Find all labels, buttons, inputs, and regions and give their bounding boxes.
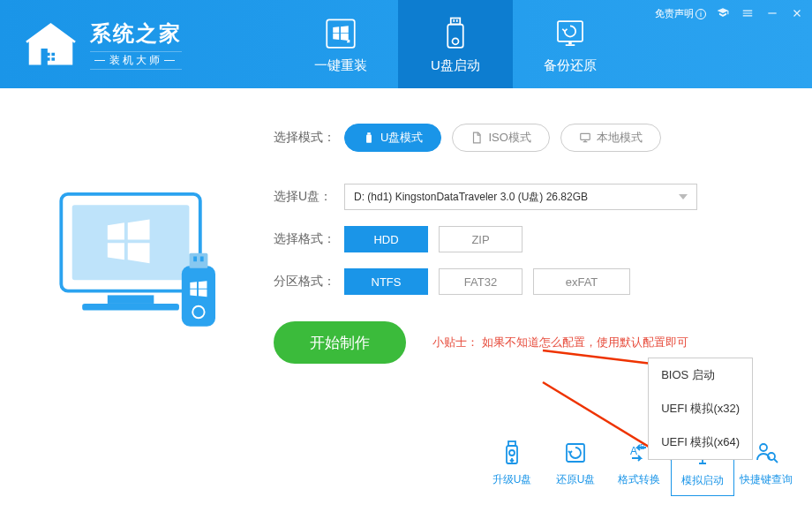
usb-small-icon (363, 132, 375, 144)
partition-exfat[interactable]: exFAT (533, 268, 630, 295)
close-icon[interactable] (789, 5, 805, 21)
tool-upgrade-usb[interactable]: 升级U盘 (480, 432, 544, 496)
partition-label: 分区格式： (274, 274, 344, 290)
partition-ntfs[interactable]: NTFS (344, 268, 428, 295)
minimize-icon[interactable] (764, 5, 780, 21)
tip: 小贴士：如果不知道怎么配置，使用默认配置即可 (432, 335, 688, 350)
nav-reinstall[interactable]: 一键重装 (283, 0, 398, 88)
graduation-icon[interactable] (715, 5, 731, 21)
nav-label: 备份还原 (544, 57, 597, 74)
config-panel: 选择模式： U盘模式 ISO模式 本地模式 选择U盘： D: (hd1) Kin… (247, 115, 777, 364)
header: 免责声明i 系统之家 装机大师 一键重装 U盘启动 备份还原 (0, 0, 812, 88)
svg-rect-15 (189, 253, 207, 268)
mode-label: 选择模式： (274, 130, 344, 146)
svg-rect-9 (568, 41, 572, 44)
boot-popup: BIOS 启动 UEFI 模拟(x32) UEFI 模拟(x64) (648, 358, 753, 460)
popup-bios[interactable]: BIOS 启动 (649, 358, 752, 392)
svg-rect-20 (366, 135, 372, 143)
svg-text:B: B (640, 442, 645, 451)
svg-rect-13 (82, 304, 179, 311)
nav-usb-boot[interactable]: U盘启动 (398, 0, 513, 88)
mode-usb[interactable]: U盘模式 (344, 124, 441, 152)
nav-backup[interactable]: 备份还原 (513, 0, 628, 88)
usb-row: 选择U盘： D: (hd1) KingstonDataTraveler 3.0 … (274, 184, 777, 210)
titlebar: 免责声明i (655, 5, 805, 21)
usb-select[interactable]: D: (hd1) KingstonDataTraveler 3.0 (U盘) 2… (344, 184, 697, 210)
svg-rect-19 (367, 132, 371, 134)
file-icon (470, 132, 483, 144)
svg-rect-8 (566, 44, 575, 46)
backup-icon (552, 15, 589, 52)
usb-nav-icon (437, 15, 474, 52)
svg-rect-21 (581, 133, 590, 139)
svg-rect-2 (451, 18, 461, 24)
svg-point-29 (760, 444, 767, 451)
format-zip[interactable]: ZIP (439, 226, 523, 252)
svg-rect-12 (108, 295, 154, 304)
windows-icon (322, 15, 359, 52)
svg-rect-3 (453, 19, 455, 22)
format-hdd[interactable]: HDD (344, 226, 428, 252)
svg-rect-7 (558, 21, 583, 41)
svg-rect-0 (768, 12, 776, 13)
nav: 一键重装 U盘启动 备份还原 (283, 0, 628, 88)
restore-icon (561, 439, 590, 467)
usb-up-icon (498, 439, 526, 467)
nav-label: 一键重装 (314, 57, 367, 74)
monitor-icon (579, 132, 591, 144)
format-label: 选择格式： (274, 231, 344, 247)
svg-rect-11 (72, 205, 190, 280)
mode-iso[interactable]: ISO模式 (452, 124, 549, 152)
popup-uefi64[interactable]: UEFI 模拟(x64) (649, 425, 752, 459)
menu-icon[interactable] (740, 5, 756, 21)
search-person-icon (752, 439, 780, 467)
nav-label: U盘启动 (431, 57, 480, 74)
tool-restore-usb[interactable]: 还原U盘 (544, 432, 607, 496)
logo-title: 系统之家 (90, 19, 182, 48)
disclaimer-link[interactable]: 免责声明i (655, 7, 706, 20)
logo-subtitle: 装机大师 (90, 51, 182, 70)
svg-rect-16 (193, 257, 197, 262)
format-row: 选择格式： HDD ZIP (274, 226, 777, 252)
mode-local[interactable]: 本地模式 (560, 124, 661, 152)
svg-rect-4 (456, 19, 458, 22)
logo-house-icon (22, 20, 79, 69)
svg-point-24 (509, 450, 515, 456)
svg-point-6 (453, 38, 459, 44)
logo: 系统之家 装机大师 (0, 19, 204, 70)
usb-label: 选择U盘： (274, 189, 344, 205)
mode-row: 选择模式： U盘模式 ISO模式 本地模式 (274, 124, 777, 152)
illustration (35, 115, 247, 364)
main: 选择模式： U盘模式 ISO模式 本地模式 选择U盘： D: (hd1) Kin… (0, 88, 812, 364)
svg-text:A: A (630, 445, 637, 457)
partition-row: 分区格式： NTFS FAT32 exFAT (274, 268, 777, 295)
svg-rect-17 (200, 257, 204, 262)
start-button[interactable]: 开始制作 (274, 321, 406, 364)
popup-uefi32[interactable]: UEFI 模拟(x32) (649, 392, 752, 425)
partition-fat32[interactable]: FAT32 (439, 268, 523, 295)
